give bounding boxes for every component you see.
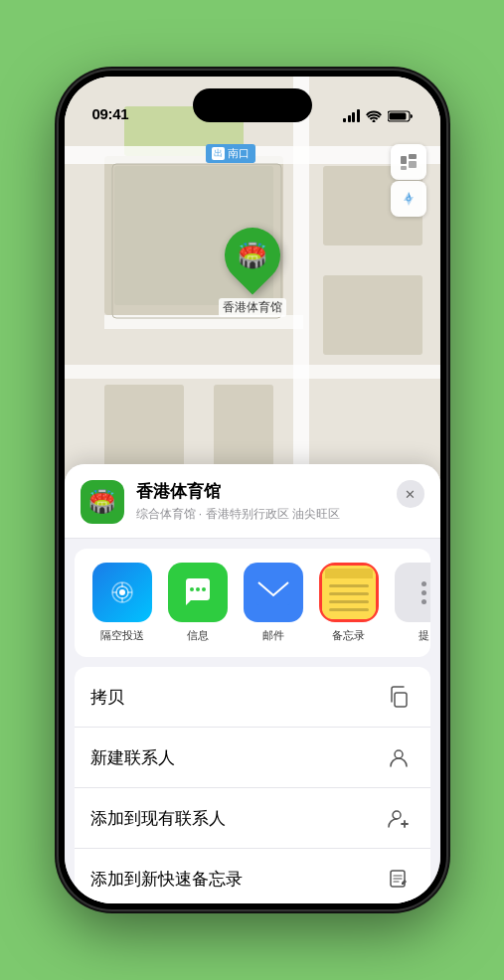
action-add-notes[interactable]: 添加到新快速备忘录 bbox=[75, 849, 430, 903]
airdrop-icon bbox=[92, 563, 152, 622]
share-item-messages[interactable]: 信息 bbox=[166, 563, 230, 643]
svg-rect-8 bbox=[104, 315, 303, 329]
mail-label: 邮件 bbox=[262, 628, 284, 643]
svg-rect-9 bbox=[65, 365, 440, 379]
action-add-existing-label: 添加到现有联系人 bbox=[90, 807, 226, 830]
svg-rect-15 bbox=[401, 156, 407, 164]
phone-screen: 09:41 bbox=[65, 77, 440, 903]
compass-icon bbox=[400, 190, 418, 208]
map-type-icon bbox=[399, 152, 419, 172]
location-pin: 🏟️ 香港体育馆 bbox=[219, 221, 286, 317]
status-icons bbox=[343, 109, 413, 122]
action-add-existing[interactable]: 添加到现有联系人 bbox=[75, 788, 430, 849]
svg-rect-26 bbox=[256, 579, 290, 605]
share-item-notes[interactable]: 备忘录 bbox=[317, 563, 381, 643]
more-icon bbox=[395, 563, 430, 622]
map-controls bbox=[391, 144, 426, 217]
more-label: 提 bbox=[419, 628, 429, 643]
pin-label: 香港体育馆 bbox=[219, 298, 286, 317]
notes-icon bbox=[322, 566, 376, 619]
action-add-notes-label: 添加到新快速备忘录 bbox=[90, 868, 243, 891]
notes-label: 备忘录 bbox=[332, 628, 365, 643]
action-copy-label: 拷贝 bbox=[90, 686, 124, 709]
svg-point-25 bbox=[202, 587, 206, 591]
map-entrance-label: 出 南口 bbox=[206, 144, 255, 163]
svg-rect-18 bbox=[401, 166, 407, 170]
add-notes-icon bbox=[383, 863, 415, 895]
battery-icon bbox=[388, 110, 413, 122]
phone-frame: 09:41 bbox=[59, 71, 446, 909]
action-new-contact-label: 新建联系人 bbox=[90, 746, 175, 769]
venue-icon: 🏟️ bbox=[81, 480, 124, 524]
svg-rect-17 bbox=[409, 161, 417, 168]
new-contact-icon bbox=[383, 741, 415, 773]
action-copy[interactable]: 拷贝 bbox=[75, 667, 430, 728]
share-row: 隔空投送 信息 bbox=[75, 549, 430, 657]
share-item-mail[interactable]: 邮件 bbox=[242, 563, 305, 643]
action-list: 拷贝 新建联系人 bbox=[75, 667, 430, 903]
map-type-button[interactable] bbox=[391, 144, 426, 180]
copy-icon bbox=[383, 681, 415, 713]
venue-name: 香港体育馆 bbox=[136, 480, 385, 503]
wifi-icon bbox=[366, 110, 382, 122]
venue-header: 🏟️ 香港体育馆 综合体育馆 · 香港特别行政区 油尖旺区 ✕ bbox=[65, 464, 440, 539]
status-time: 09:41 bbox=[92, 105, 129, 122]
svg-rect-11 bbox=[323, 275, 422, 355]
venue-subtitle: 综合体育馆 · 香港特别行政区 油尖旺区 bbox=[136, 506, 385, 523]
signal-icon bbox=[343, 109, 360, 122]
venue-info: 香港体育馆 综合体育馆 · 香港特别行政区 油尖旺区 bbox=[136, 480, 385, 523]
bottom-sheet: 🏟️ 香港体育馆 综合体育馆 · 香港特别行政区 油尖旺区 ✕ bbox=[65, 464, 440, 903]
svg-point-23 bbox=[190, 587, 194, 591]
svg-point-22 bbox=[119, 589, 125, 595]
notes-icon-wrapper bbox=[319, 563, 379, 622]
location-button[interactable] bbox=[391, 181, 426, 217]
dynamic-island bbox=[193, 88, 312, 122]
close-button[interactable]: ✕ bbox=[397, 480, 424, 508]
svg-rect-16 bbox=[409, 154, 417, 159]
airdrop-label: 隔空投送 bbox=[100, 628, 144, 643]
action-new-contact[interactable]: 新建联系人 bbox=[75, 728, 430, 788]
share-item-airdrop[interactable]: 隔空投送 bbox=[90, 563, 154, 643]
svg-rect-1 bbox=[389, 112, 406, 119]
svg-point-24 bbox=[196, 587, 200, 591]
svg-rect-27 bbox=[395, 693, 407, 707]
messages-icon bbox=[168, 563, 228, 622]
add-existing-icon bbox=[383, 802, 415, 834]
mail-icon bbox=[244, 563, 303, 622]
share-item-more[interactable]: 提 bbox=[393, 563, 430, 643]
messages-label: 信息 bbox=[187, 628, 209, 643]
svg-point-28 bbox=[395, 750, 403, 758]
svg-point-29 bbox=[393, 811, 401, 819]
